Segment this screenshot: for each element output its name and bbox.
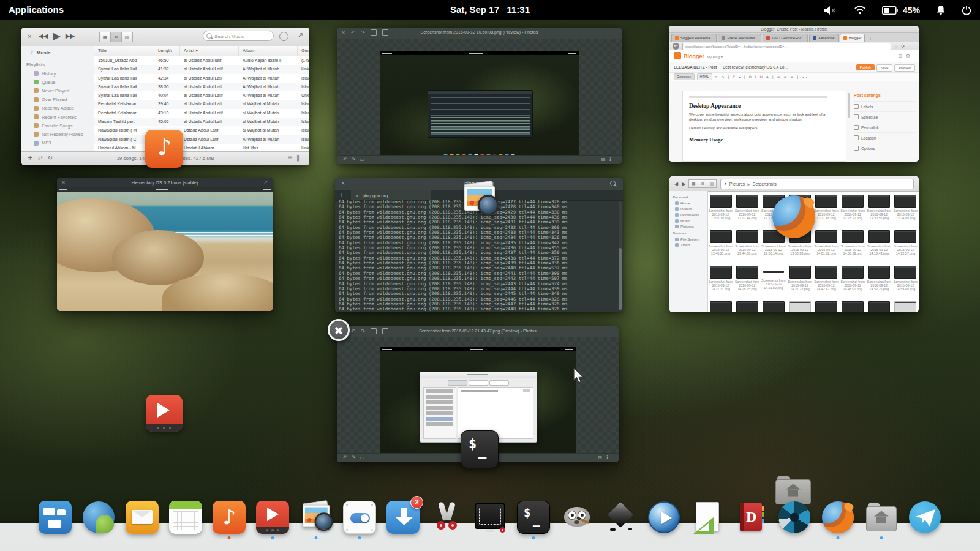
file-item[interactable]: Screenshot from2016-09-1214.58.49.png bbox=[892, 264, 919, 300]
file-item[interactable]: Screenshot from2016-09-1213.34.09.png bbox=[892, 193, 919, 229]
device-icon[interactable] bbox=[279, 32, 288, 41]
post-setting-location[interactable]: Location bbox=[854, 132, 915, 143]
editor-scrollbar[interactable] bbox=[848, 93, 850, 118]
sidebar-item-recent[interactable]: Recent bbox=[669, 206, 707, 212]
post-setting-options[interactable]: Options bbox=[854, 143, 915, 153]
sidebar-item-home[interactable]: Home bbox=[669, 200, 707, 206]
close-tab-icon[interactable]: × bbox=[356, 193, 359, 198]
table-row[interactable]: Pembatal Keislamar39:46al Ustadz Abdul L… bbox=[94, 100, 309, 108]
preview-button[interactable]: Preview bbox=[894, 64, 915, 72]
table-row[interactable]: Syarat Laa Ilaha Ilall38:50al Ustadz Abd… bbox=[94, 83, 309, 91]
tab-planet-elementar-[interactable]: Planet elementar... bbox=[718, 34, 761, 42]
column-header-artist[interactable]: Artist ▾ bbox=[180, 46, 239, 56]
file-item[interactable]: Screenshot from2016-09-1215.31.13.png bbox=[840, 300, 866, 312]
post-setting-labels[interactable]: Labels bbox=[854, 101, 915, 111]
sidebar-item-documents[interactable]: Documents bbox=[669, 212, 707, 218]
table-row[interactable]: Nawaqidul Islam ( CUstadz Abdul LatifAl … bbox=[94, 135, 309, 144]
sidebar-item-music[interactable]: ♪Music bbox=[21, 46, 94, 58]
url-bar[interactable]: www.blogger.com/blogger.g?blogID=…#edito… bbox=[682, 43, 891, 50]
post-title-input[interactable]: Best review: elementary OS 0.4 Lo… bbox=[723, 65, 788, 69]
file-item[interactable]: Screenshot from2016-09-1215.20.25.png bbox=[786, 300, 813, 312]
file-item[interactable]: Screenshot from2016-09-1215.09.37.png bbox=[734, 300, 760, 312]
sidebar-item-recent-favorites[interactable]: Recent Favorites bbox=[21, 113, 94, 121]
play-button[interactable]: ▶ bbox=[53, 30, 60, 42]
file-item[interactable]: Screenshot from2016-09-1213.07.44.png bbox=[734, 193, 760, 229]
file-item[interactable]: Screenshot from2016-09-1214.53.25.png bbox=[866, 264, 892, 300]
table-row[interactable]: Syarat Laa Ilaha Ilall42:34al Ustadz Abd… bbox=[94, 74, 309, 83]
view-switcher[interactable]: ▦≡▥ bbox=[689, 179, 717, 188]
breadcrumb-screenshots[interactable]: Screenshots bbox=[753, 182, 777, 186]
firefox-app-icon[interactable] bbox=[772, 195, 815, 238]
sidebar-item-pictures[interactable]: Pictures bbox=[669, 223, 707, 230]
notifications-icon[interactable] bbox=[936, 5, 946, 15]
sidebar-item-trash[interactable]: Trash bbox=[669, 242, 707, 249]
file-item[interactable]: Screenshot from2016-09-1214.06.29.png bbox=[840, 229, 866, 264]
file-item[interactable]: Screenshot from2016-09-1213.30.55.png bbox=[866, 193, 892, 229]
file-item[interactable]: Screenshot from2016-09-1215.36.37.png bbox=[866, 300, 892, 312]
sidebar-item-queue[interactable]: Queue bbox=[21, 78, 94, 86]
column-header-title[interactable]: Title bbox=[94, 46, 154, 56]
html-tab[interactable]: HTML bbox=[697, 73, 712, 80]
power-icon[interactable] bbox=[962, 5, 971, 15]
file-item[interactable]: Screenshot from2016-09-1214.21.11.png bbox=[707, 264, 734, 300]
file-item[interactable]: Screenshot from2016-09-1213.21.48.png bbox=[813, 193, 840, 229]
search-icon[interactable] bbox=[610, 181, 616, 186]
videos-app-icon[interactable] bbox=[146, 395, 183, 432]
sidebar-item-history[interactable]: History bbox=[21, 69, 94, 78]
window-firefox[interactable]: Blogger: Create Post - Mozilla Firefox S… bbox=[669, 26, 919, 162]
terminal-app-icon[interactable]: $_ bbox=[461, 430, 499, 468]
column-header-genre[interactable]: Genre bbox=[298, 46, 309, 56]
dock-item-screenshot[interactable] bbox=[472, 500, 508, 535]
dock-item-shears[interactable] bbox=[429, 500, 464, 535]
file-item[interactable]: Screenshot from2016-09-1215.25.49.png bbox=[813, 300, 840, 312]
file-item[interactable]: Screenshot from2016-09-1213.05.10.png bbox=[707, 193, 734, 229]
file-item[interactable]: Screenshot from2016-09-1213.26.12.png bbox=[840, 193, 866, 229]
file-item[interactable]: Screenshot from2016-09-1213.40.21.png bbox=[707, 229, 734, 264]
view-switcher[interactable]: ▦≡▥ bbox=[100, 32, 133, 42]
fullscreen-icon[interactable]: ↗ bbox=[298, 31, 303, 39]
fullscreen-icon[interactable]: ↗ bbox=[263, 179, 268, 185]
back-button[interactable]: ◀ bbox=[674, 181, 678, 187]
sidebar-item-favorite-songs[interactable]: Favorite Songs bbox=[21, 121, 94, 130]
terminal-output[interactable]: 64 bytes from wildebeest.gnu.org (208.11… bbox=[339, 200, 617, 311]
photos-app-icon[interactable] bbox=[461, 181, 497, 213]
file-item[interactable]: Screenshot from2016-09-1214.48.01.png bbox=[840, 264, 866, 300]
format-toolbar[interactable]: ↶ ↷ | T ▾ | B I U A | ≡ ≡ ≡ | •• bbox=[715, 75, 809, 79]
wifi-icon[interactable] bbox=[854, 6, 866, 15]
search-input[interactable]: Search Music bbox=[203, 31, 274, 41]
video-frame[interactable] bbox=[57, 187, 273, 311]
breadcrumb-pictures[interactable]: Pictures bbox=[729, 182, 745, 186]
publish-button[interactable]: Publish bbox=[856, 64, 875, 70]
file-item[interactable]: Screenshot from2016-09-1214.10.43.png bbox=[866, 229, 892, 264]
rotate-icons[interactable]: ↶↷▭ bbox=[343, 455, 369, 460]
sidebar-item-recently-added[interactable]: Recently Added bbox=[21, 104, 94, 113]
forward-button[interactable]: ▶ bbox=[682, 181, 685, 187]
dock-item-videos[interactable] bbox=[255, 500, 290, 535]
file-item[interactable]: Screenshot from2016-09-1215.15.01.png bbox=[760, 300, 786, 312]
battery-icon[interactable] bbox=[882, 6, 898, 15]
dock-item-shutter[interactable] bbox=[777, 500, 812, 535]
dock-item-firefox[interactable] bbox=[820, 500, 856, 535]
table-row[interactable]: 150108_Ustadz Abd46:50al Ustadz Abdul la… bbox=[94, 56, 309, 65]
dock-item-inkscape[interactable] bbox=[603, 500, 638, 535]
new-tab-button[interactable]: + bbox=[866, 36, 874, 42]
list-icon[interactable]: ≡ bbox=[288, 154, 296, 161]
dock-item-settings[interactable] bbox=[342, 500, 377, 535]
table-row[interactable]: Syarat Laa Ilaha Ilall41:32al Ustadz Abd… bbox=[94, 65, 309, 73]
dock-item-appcenter[interactable]: 2 bbox=[385, 500, 421, 535]
terminal-scroll-thumb[interactable] bbox=[619, 248, 622, 310]
dock-item-mail[interactable] bbox=[124, 500, 160, 535]
dock-item-telegram[interactable] bbox=[907, 500, 943, 535]
close-window-button[interactable] bbox=[328, 319, 350, 341]
dock-item-files[interactable] bbox=[864, 500, 899, 535]
dock-item-dictionary[interactable]: D bbox=[733, 500, 769, 535]
column-header-album[interactable]: Album bbox=[239, 46, 298, 56]
sidebar-item-over-played[interactable]: Over Played bbox=[21, 96, 94, 104]
file-item[interactable]: Screenshot from2016-09-1214.37.23.png bbox=[786, 264, 813, 300]
sidebar-item-mp3[interactable]: MP3 bbox=[21, 139, 94, 148]
nav-icons[interactable]: ☆⟳⋮ bbox=[894, 44, 915, 49]
compose-tab[interactable]: Compose bbox=[674, 73, 695, 80]
file-item[interactable]: Screenshot from2016-09-1213.44.56.png bbox=[734, 229, 760, 264]
rotate-icons[interactable]: ↶↷▭ bbox=[343, 157, 369, 162]
file-item[interactable]: Screenshot from2016-09-1215.04.13.png bbox=[707, 300, 734, 312]
